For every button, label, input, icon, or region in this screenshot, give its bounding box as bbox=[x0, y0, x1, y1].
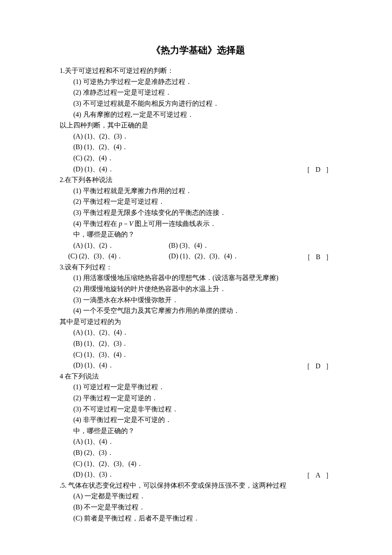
q2-s1: (1) 平衡过程就是无摩擦力作用的过程． bbox=[60, 185, 337, 197]
q4-opt-b: (B) (2)、(3)． bbox=[60, 447, 337, 458]
q3-mid: 其中是可逆过程的为 bbox=[60, 316, 337, 327]
q1-mid: 以上四种判断，其中正确的是 bbox=[60, 120, 337, 131]
q5-stem: .5. 气体在状态变化过程中，可以保持体积不变或保持压强不变，这两种过程 bbox=[60, 480, 337, 491]
q4-mid: 中，哪些是正确的？ bbox=[60, 425, 337, 436]
q1-stem: 1.关于可逆过程和不可逆过程的判断： bbox=[60, 65, 337, 76]
q3-s3: (3) 一滴墨水在水杯中缓慢弥散开． bbox=[60, 295, 337, 306]
q3-opt-d: (D) (1)、(4)． bbox=[73, 361, 114, 369]
q4-opt-d-row: (D) (1)、(3)． ［ A ］ bbox=[60, 469, 337, 480]
q2-opt-a: (A) (1)、(2)． bbox=[73, 240, 167, 251]
q2-opt-c: (C) (2)、(3)、(4)． bbox=[68, 251, 167, 262]
q5-opt-a: (A) 一定都是平衡过程． bbox=[60, 491, 337, 502]
q1-answer-box: ［ D ］ bbox=[303, 164, 332, 175]
q1-s2: (2) 准静态过程一定是可逆过程． bbox=[60, 87, 337, 98]
q3-s4: (4) 一个不受空气阻力及其它摩擦力作用的单摆的摆动． bbox=[60, 305, 337, 316]
q2-opt-ab: (A) (1)、(2)． (B) (3)、(4)． bbox=[60, 240, 337, 251]
q1-opt-d-row: (D) (1)、(4)． ［ D ］ bbox=[60, 164, 337, 175]
q1-s1: (1) 可逆热力学过程一定是准静态过程． bbox=[60, 76, 337, 87]
q1-s4: (4) 凡有摩擦的过程,一定是不可逆过程． bbox=[60, 109, 337, 120]
q3-answer: D bbox=[315, 361, 320, 372]
q3-answer-box: ［ D ］ bbox=[303, 360, 332, 371]
q2-s4: (4) 平衡过程在 p－V 图上可用一连续曲线表示． bbox=[60, 218, 337, 229]
q2-answer-box: ［ B ］ bbox=[304, 251, 332, 262]
q4-opt-a: (A) (1)、(4)． bbox=[60, 436, 337, 447]
q4-opt-c: (C) (1)、(2)、(3)、(4)． bbox=[60, 458, 337, 469]
q1-answer: D bbox=[315, 164, 320, 175]
q4-stem: 4 在下列说法 bbox=[60, 371, 337, 382]
q3-stem: 3.设有下列过程： bbox=[60, 262, 337, 273]
q4-s2: (2) 平衡过程一定是可逆的． bbox=[60, 393, 337, 404]
q1-s3: (3) 不可逆过程就是不能向相反方向进行的过程． bbox=[60, 98, 337, 109]
q2-s2: (2) 平衡过程一定是可逆过程． bbox=[60, 196, 337, 207]
q2-opt-d: (D) (1)、(2)、(3)、(4)． bbox=[169, 252, 239, 260]
q1-opt-d: (D) (1)、(4)． bbox=[73, 165, 114, 173]
q3-opt-d-row: (D) (1)、(4)． ［ D ］ bbox=[60, 360, 337, 371]
q3-s2: (2) 用缓慢地旋转的叶片使绝热容器中的水温上升． bbox=[60, 283, 337, 295]
q4-s1: (1) 可逆过程一定是平衡过程． bbox=[60, 382, 337, 393]
q4-s4: (4) 非平衡过程一定是不可逆的． bbox=[60, 414, 337, 425]
q3-opt-b: (B) (1)、(2)、(3)． bbox=[60, 338, 337, 349]
q2-mid: 中，哪些是正确的？ bbox=[60, 229, 337, 240]
q2-opt-b: (B) (3)、(4)． bbox=[169, 242, 209, 249]
q2-s3: (3) 平衡过程是无限多个连续变化的平衡态的连接． bbox=[60, 207, 337, 218]
q4-answer: A bbox=[315, 470, 320, 481]
q1-opt-c: (C) (2)、(4)． bbox=[60, 153, 337, 164]
q3-opt-a: (A) (1)、(2)、(4)． bbox=[60, 327, 337, 338]
q5-opt-c: (C) 前者是平衡过程，后者不是平衡过程． bbox=[60, 513, 337, 524]
q5-opt-b: (B) 不一定是平衡过程． bbox=[60, 502, 337, 513]
q4-opt-d: (D) (1)、(3)． bbox=[73, 471, 114, 478]
q2-stem: 2.在下列各种说法 bbox=[60, 174, 337, 185]
q1-opt-a: (A) (1)、(2)、(3)． bbox=[60, 131, 337, 142]
q4-answer-box: ［ A ］ bbox=[303, 469, 332, 480]
q2-answer: B bbox=[316, 251, 320, 263]
q1-opt-b: (B) (1)、(2)、(4)． bbox=[60, 142, 337, 153]
q3-opt-c: (C) (1)、(3)、(4)． bbox=[60, 349, 337, 360]
q3-s1: (1) 用活塞缓慢地压缩绝热容器中的理想气体．(设活塞与器壁无摩擦) bbox=[60, 272, 337, 283]
q4-s3: (3) 不可逆过程一定是非平衡过程． bbox=[60, 404, 337, 415]
page-title: 《热力学基础》选择题 bbox=[60, 43, 337, 58]
q2-opt-cd-row: (C) (2)、(3)、(4)． (D) (1)、(2)、(3)、(4)． ［ … bbox=[60, 251, 337, 262]
